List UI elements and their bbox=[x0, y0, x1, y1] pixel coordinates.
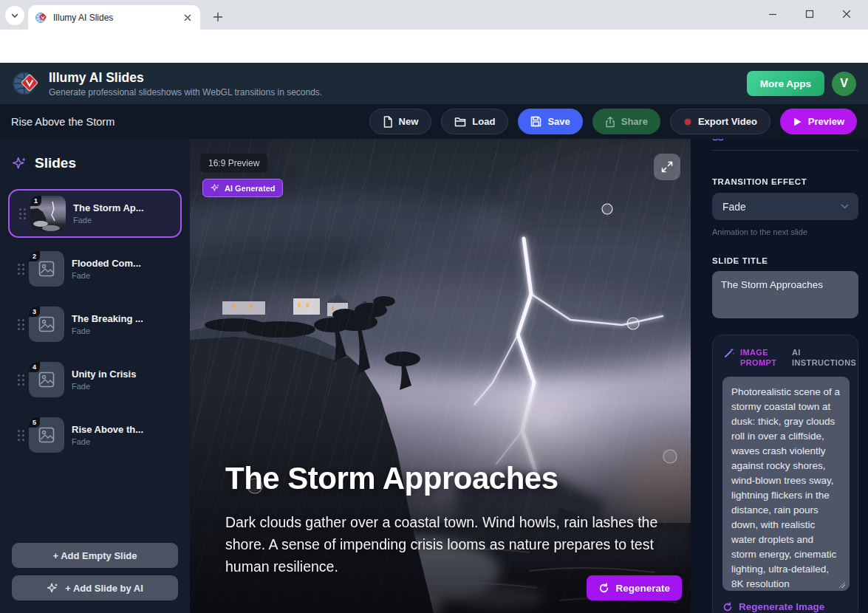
project-toolbar: Rise Above the Storm New Load Save Share… bbox=[0, 104, 868, 139]
inspector-panel: Slide Details TRANSITION EFFECT Fade Ani… bbox=[691, 139, 868, 613]
prompt-card: IMAGE PROMPT AI INSTRUCTIONS Photorealis… bbox=[712, 335, 858, 613]
refresh-icon bbox=[722, 602, 733, 612]
new-tab-button[interactable] bbox=[208, 7, 228, 27]
sparkles-icon bbox=[47, 582, 59, 595]
transition-effect-value: Fade bbox=[722, 201, 840, 213]
slide-item-2[interactable]: 2 Flooded Com... Fade bbox=[8, 247, 182, 290]
expand-button[interactable] bbox=[654, 154, 680, 180]
sparkles-icon bbox=[12, 156, 27, 171]
slide-number-badge: 3 bbox=[29, 306, 40, 317]
sidebar-title: Slides bbox=[35, 155, 76, 171]
slide-list: 1 The Storm Ap... Fade 2 Flooded Com... … bbox=[0, 183, 190, 456]
inspector-title: Slide Details bbox=[731, 139, 796, 141]
tab-ai-instructions[interactable]: AI INSTRUCTIONS bbox=[792, 347, 855, 368]
slide-3-thumbnail: 3 bbox=[29, 306, 64, 342]
save-button[interactable]: Save bbox=[518, 109, 582, 134]
inspector-header: Slide Details bbox=[712, 139, 858, 141]
slide-title: The Breaking ... bbox=[72, 313, 143, 324]
favicon-visual-paradigm bbox=[35, 12, 47, 24]
ai-generated-badge: AI Generated bbox=[202, 179, 283, 197]
app-subtitle: Generate professional slideshows with We… bbox=[49, 87, 747, 97]
slide-heading: The Storm Approaches bbox=[225, 461, 558, 496]
slide-number-badge: 2 bbox=[29, 251, 40, 261]
slide-title: The Storm Ap... bbox=[73, 202, 144, 213]
sparkles-icon bbox=[211, 183, 220, 193]
load-button[interactable]: Load bbox=[441, 109, 508, 134]
slide-item-1[interactable]: 1 The Storm Ap... Fade bbox=[8, 189, 182, 238]
slide-item-3[interactable]: 3 The Breaking ... Fade bbox=[8, 303, 182, 346]
app-logo-icon bbox=[12, 69, 40, 97]
window-minimize-button[interactable] bbox=[765, 6, 781, 22]
add-slide-by-ai-button[interactable]: + Add Slide by AI bbox=[12, 575, 178, 600]
slide-title: Unity in Crisis bbox=[72, 369, 136, 380]
aspect-ratio-badge: 16:9 Preview bbox=[200, 154, 267, 173]
slide-transition: Fade bbox=[72, 382, 136, 391]
slide-number-badge: 1 bbox=[30, 196, 41, 206]
browser-toolbar: ai-toolbox.visual-paradigm.com/app/illum… bbox=[0, 30, 868, 63]
play-icon bbox=[793, 117, 802, 127]
window-maximize-button[interactable] bbox=[802, 6, 818, 22]
slide-title-label: SLIDE TITLE bbox=[712, 256, 858, 265]
slide-title: Flooded Com... bbox=[72, 258, 141, 269]
slide-number-badge: 5 bbox=[29, 417, 40, 428]
tab-title: Illumy AI Slides bbox=[53, 13, 181, 23]
divider bbox=[712, 150, 858, 151]
drag-handle-icon[interactable] bbox=[13, 264, 29, 275]
project-title: Rise Above the Storm bbox=[11, 116, 369, 128]
user-avatar[interactable]: V bbox=[832, 72, 856, 96]
expand-arrows-icon bbox=[660, 160, 674, 174]
slide-transition: Fade bbox=[72, 437, 143, 446]
browser-tab[interactable]: Illumy AI Slides bbox=[28, 5, 200, 30]
tab-close-icon[interactable] bbox=[181, 11, 194, 24]
tab-search-chevron-icon[interactable] bbox=[5, 6, 24, 25]
app-title: Illumy AI Slides bbox=[49, 70, 747, 86]
share-button[interactable]: Share bbox=[592, 109, 660, 134]
slide-item-4[interactable]: 4 Unity in Crisis Fade bbox=[8, 358, 182, 401]
slide-number-badge: 4 bbox=[29, 362, 40, 372]
slide-preview-stage: 16:9 Preview AI Generated The Storm Appr… bbox=[190, 139, 691, 613]
drag-handle-icon[interactable] bbox=[13, 430, 29, 441]
refresh-icon bbox=[598, 583, 609, 594]
drag-handle-icon[interactable] bbox=[13, 374, 29, 386]
app-window: Illumy AI Slides bbox=[0, 0, 868, 613]
slide-transition: Fade bbox=[73, 216, 144, 225]
preview-button[interactable]: Preview bbox=[780, 109, 857, 134]
slide-title: Rise Above th... bbox=[72, 424, 143, 435]
new-button[interactable]: New bbox=[369, 109, 432, 134]
transition-hint: Animation to the next slide bbox=[712, 227, 858, 236]
slide-body-text: Dark clouds gather over a coastal town. … bbox=[225, 511, 673, 578]
transition-effect-select[interactable]: Fade bbox=[712, 193, 858, 220]
tab-image-prompt-label: IMAGE PROMPT bbox=[740, 347, 779, 368]
tab-image-prompt[interactable]: IMAGE PROMPT bbox=[724, 347, 779, 368]
grid-icon bbox=[712, 139, 724, 141]
magic-wand-icon bbox=[724, 347, 735, 358]
image-prompt-input[interactable]: Photorealistic scene of a stormy coastal… bbox=[722, 377, 850, 591]
add-empty-slide-button[interactable]: + Add Empty Slide bbox=[12, 543, 178, 568]
share-icon bbox=[605, 116, 615, 128]
slide-5-thumbnail: 5 bbox=[29, 417, 64, 453]
export-video-button[interactable]: Export Video bbox=[670, 109, 770, 134]
slide-4-thumbnail: 4 bbox=[29, 362, 64, 397]
app-header: Illumy AI Slides Generate professional s… bbox=[0, 63, 868, 104]
slide-2-thumbnail: 2 bbox=[29, 251, 64, 287]
slide-1-thumbnail: 1 bbox=[30, 196, 66, 231]
browser-tabstrip: Illumy AI Slides bbox=[0, 0, 868, 30]
slide-title-input[interactable]: The Storm Approaches bbox=[712, 271, 858, 318]
transition-effect-label: TRANSITION EFFECT bbox=[712, 177, 858, 186]
chevron-down-icon bbox=[840, 202, 850, 211]
drag-handle-icon[interactable] bbox=[13, 319, 29, 330]
window-controls bbox=[765, 0, 862, 28]
regenerate-button[interactable]: Regenerate bbox=[587, 575, 682, 600]
file-icon bbox=[383, 116, 393, 128]
save-icon bbox=[530, 116, 541, 127]
folder-icon bbox=[454, 117, 466, 127]
slide-transition: Fade bbox=[72, 326, 143, 335]
window-close-button[interactable] bbox=[838, 6, 855, 22]
more-apps-button[interactable]: More Apps bbox=[747, 71, 824, 96]
slide-item-5[interactable]: 5 Rise Above th... Fade bbox=[8, 414, 182, 456]
regenerate-image-link[interactable]: Regenerate Image bbox=[722, 601, 848, 612]
tab-ai-instructions-label: AI INSTRUCTIONS bbox=[792, 347, 855, 368]
record-dot-icon bbox=[683, 117, 692, 126]
drag-handle-icon[interactable] bbox=[14, 208, 30, 219]
slides-sidebar: Slides 1 bbox=[0, 139, 190, 613]
